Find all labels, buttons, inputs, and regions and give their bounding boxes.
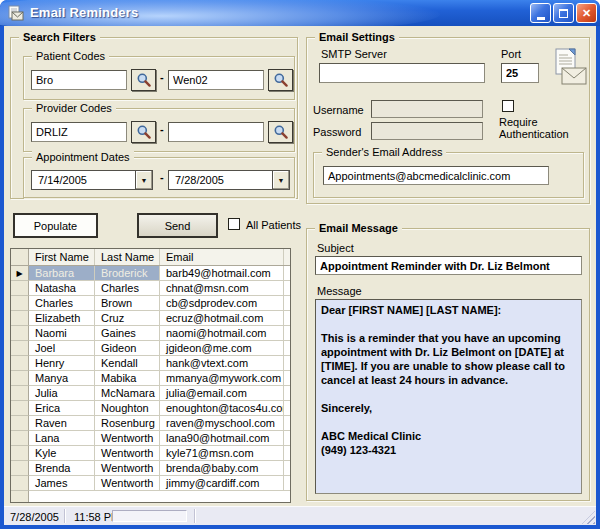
- cell-first-name[interactable]: Manya: [29, 371, 95, 386]
- table-row[interactable]: JamesWentworthjimmy@cardiff.com: [11, 476, 290, 491]
- row-selector[interactable]: [11, 386, 29, 401]
- row-selector[interactable]: [11, 401, 29, 416]
- cell-first-name[interactable]: Henry: [29, 356, 95, 371]
- cell-first-name[interactable]: Elizabeth: [29, 311, 95, 326]
- cell-email-name[interactable]: raven@myschool.com: [160, 416, 284, 431]
- cell-email-name[interactable]: mmanya@mywork.com: [160, 371, 284, 386]
- table-row[interactable]: JuliaMcNamarajulia@email.com: [11, 386, 290, 401]
- cell-first-name[interactable]: Barbara: [29, 266, 95, 281]
- table-row[interactable]: NatashaCharleschnat@msn.com: [11, 281, 290, 296]
- cell-email-name[interactable]: jgideon@me.com: [160, 341, 284, 356]
- patient-code-from-lookup-button[interactable]: [131, 69, 156, 91]
- cell-last-name[interactable]: Cruz: [95, 311, 160, 326]
- chevron-down-icon[interactable]: ▼: [135, 171, 152, 189]
- cell-last-name[interactable]: Wentworth: [95, 431, 160, 446]
- cell-email-name[interactable]: ecruz@hotmail.com: [160, 311, 284, 326]
- subject-input[interactable]: [315, 256, 582, 275]
- date-from-dropdown[interactable]: 7/14/2005 ▼: [31, 170, 153, 190]
- cell-last-name[interactable]: Brown: [95, 296, 160, 311]
- row-selector[interactable]: ▶: [11, 266, 29, 281]
- all-patients-checkbox[interactable]: [228, 218, 240, 230]
- patient-code-to-input[interactable]: [168, 70, 264, 90]
- row-selector[interactable]: [11, 461, 29, 476]
- provider-code-to-input[interactable]: [168, 122, 264, 142]
- cell-email-name[interactable]: hank@vtext.com: [160, 356, 284, 371]
- row-selector[interactable]: [11, 341, 29, 356]
- row-selector[interactable]: [11, 416, 29, 431]
- cell-last-name[interactable]: Wentworth: [95, 446, 160, 461]
- provider-code-from-lookup-button[interactable]: [131, 121, 156, 143]
- table-row[interactable]: ▶BarbaraBroderickbarb49@hotmail.com: [11, 266, 290, 281]
- provider-code-to-lookup-button[interactable]: [268, 121, 293, 143]
- table-row[interactable]: NaomiGainesnaomi@hotmail.com: [11, 326, 290, 341]
- row-selector[interactable]: [11, 371, 29, 386]
- cell-last-name[interactable]: Gideon: [95, 341, 160, 356]
- cell-first-name[interactable]: Lana: [29, 431, 95, 446]
- cell-first-name[interactable]: Naomi: [29, 326, 95, 341]
- sender-email-input[interactable]: [323, 166, 549, 185]
- row-selector[interactable]: [11, 431, 29, 446]
- patient-code-to-lookup-button[interactable]: [268, 69, 293, 91]
- minimize-button[interactable]: [530, 3, 551, 23]
- table-row[interactable]: JoelGideonjgideon@me.com: [11, 341, 290, 356]
- cell-last-name[interactable]: Mabika: [95, 371, 160, 386]
- cell-last-name[interactable]: Wentworth: [95, 476, 160, 491]
- cell-email-name[interactable]: kyle71@msn.com: [160, 446, 284, 461]
- cell-email-name[interactable]: barb49@hotmail.com: [160, 266, 284, 281]
- cell-last-name[interactable]: Gaines: [95, 326, 160, 341]
- smtp-server-input[interactable]: [319, 63, 485, 83]
- table-row[interactable]: ManyaMabikammanya@mywork.com: [11, 371, 290, 386]
- table-row[interactable]: KyleWentworthkyle71@msn.com: [11, 446, 290, 461]
- cell-email-name[interactable]: enoughton@tacos4u.com: [160, 401, 284, 416]
- cell-first-name[interactable]: Joel: [29, 341, 95, 356]
- cell-last-name[interactable]: McNamara: [95, 386, 160, 401]
- table-row[interactable]: EricaNoughtonenoughton@tacos4u.com: [11, 401, 290, 416]
- row-selector[interactable]: [11, 311, 29, 326]
- cell-first-name[interactable]: Julia: [29, 386, 95, 401]
- cell-first-name[interactable]: Raven: [29, 416, 95, 431]
- cell-last-name[interactable]: Rosenburg: [95, 416, 160, 431]
- send-button[interactable]: Send: [137, 213, 218, 238]
- cell-first-name[interactable]: Brenda: [29, 461, 95, 476]
- column-header-email[interactable]: Email: [160, 249, 284, 265]
- patient-code-from-input[interactable]: [31, 70, 127, 90]
- cell-email-name[interactable]: brenda@baby.com: [160, 461, 284, 476]
- populate-button[interactable]: Populate: [13, 213, 98, 238]
- close-button[interactable]: ✕: [576, 3, 597, 23]
- cell-last-name[interactable]: Wentworth: [95, 461, 160, 476]
- row-selector[interactable]: [11, 281, 29, 296]
- cell-email-name[interactable]: jimmy@cardiff.com: [160, 476, 284, 491]
- cell-email-name[interactable]: cb@sdprodev.com: [160, 296, 284, 311]
- cell-last-name[interactable]: Noughton: [95, 401, 160, 416]
- port-input[interactable]: [501, 63, 539, 83]
- mail-app-icon[interactable]: [8, 5, 24, 21]
- table-row[interactable]: BrendaWentworthbrenda@baby.com: [11, 461, 290, 476]
- cell-first-name[interactable]: Charles: [29, 296, 95, 311]
- row-selector[interactable]: [11, 296, 29, 311]
- row-selector[interactable]: [11, 356, 29, 371]
- cell-email-name[interactable]: naomi@hotmail.com: [160, 326, 284, 341]
- cell-email-name[interactable]: julia@email.com: [160, 386, 284, 401]
- resize-grip[interactable]: [582, 511, 595, 524]
- cell-last-name[interactable]: Kendall: [95, 356, 160, 371]
- cell-last-name[interactable]: Broderick: [95, 266, 160, 281]
- chevron-down-icon[interactable]: ▼: [272, 171, 289, 189]
- cell-email-name[interactable]: lana90@hotmail.com: [160, 431, 284, 446]
- cell-last-name[interactable]: Charles: [95, 281, 160, 296]
- table-row[interactable]: HenryKendallhank@vtext.com: [11, 356, 290, 371]
- table-row[interactable]: CharlesBrowncb@sdprodev.com: [11, 296, 290, 311]
- cell-first-name[interactable]: James: [29, 476, 95, 491]
- cell-first-name[interactable]: Erica: [29, 401, 95, 416]
- table-row[interactable]: LanaWentworthlana90@hotmail.com: [11, 431, 290, 446]
- row-selector[interactable]: [11, 326, 29, 341]
- table-row[interactable]: ElizabethCruzecruz@hotmail.com: [11, 311, 290, 326]
- message-textarea[interactable]: Dear [FIRST NAME] [LAST NAME]: This is a…: [315, 299, 582, 494]
- require-authentication-checkbox[interactable]: [502, 100, 514, 112]
- column-header-first-name[interactable]: First Name: [29, 249, 95, 265]
- cell-first-name[interactable]: Kyle: [29, 446, 95, 461]
- date-to-dropdown[interactable]: 7/28/2005 ▼: [168, 170, 290, 190]
- row-selector[interactable]: [11, 476, 29, 491]
- title-bar[interactable]: Email Reminders ✕: [0, 0, 600, 26]
- provider-code-from-input[interactable]: [31, 122, 127, 142]
- row-selector[interactable]: [11, 446, 29, 461]
